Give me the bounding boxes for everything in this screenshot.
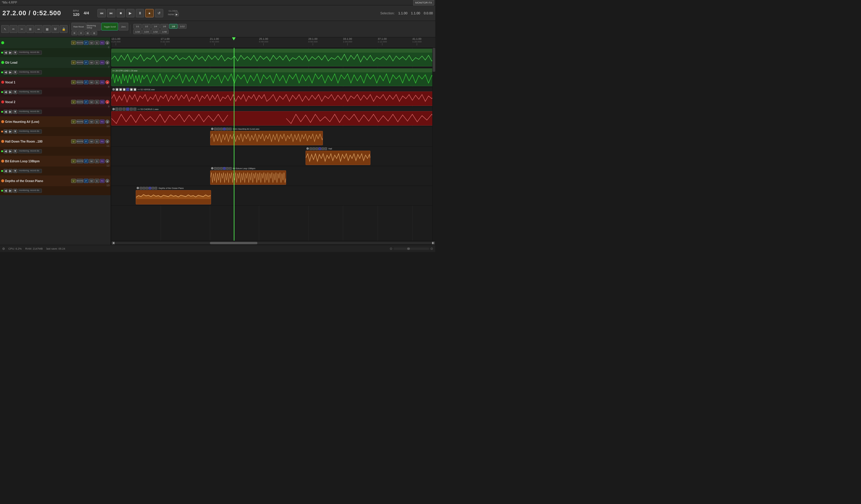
- snap-1-8[interactable]: 1/8: [169, 24, 178, 29]
- grim-haunting-volume[interactable]: V: [71, 120, 76, 124]
- gtr-lead-fx[interactable]: FX: [100, 60, 105, 65]
- vocal2-c6[interactable]: [133, 108, 136, 111]
- monitor-fx-button[interactable]: MONITOR FX: [413, 0, 434, 5]
- grim-haunting-monitor[interactable]: monitoring, record dis: [18, 130, 42, 134]
- depths-c4[interactable]: i: [149, 187, 151, 190]
- grim-haunting-route[interactable]: ROUTE: [77, 120, 83, 124]
- track-1-misc-button[interactable]: ●: [105, 41, 109, 45]
- track-1-mute-button[interactable]: M: [89, 41, 94, 45]
- vocal2-in[interactable]: ▶: [8, 110, 13, 114]
- snap-grid-button-2[interactable]: ⊟: [78, 31, 84, 35]
- bited-c2[interactable]: [217, 167, 220, 170]
- vocal2-route[interactable]: ROUTE: [77, 100, 83, 104]
- snap-1-16[interactable]: 1/16: [133, 29, 142, 34]
- grim-c1[interactable]: [214, 128, 217, 130]
- grim-haunting-misc[interactable]: ●: [105, 120, 109, 124]
- bit-edrum-misc[interactable]: ●: [105, 159, 109, 163]
- vocal1-fx[interactable]: FX: [100, 80, 105, 84]
- vocal1-c1[interactable]: ⬜: [115, 88, 118, 91]
- gtr-lead-solo[interactable]: S: [94, 60, 99, 65]
- bit-edrum-pan[interactable]: P: [84, 159, 88, 163]
- bit-edrum-monitor[interactable]: monitoring, record dis: [18, 169, 42, 173]
- stretch-tool-button[interactable]: ⇔: [35, 25, 42, 33]
- vocal1-out[interactable]: ▼: [13, 90, 17, 94]
- depths-ocean-out[interactable]: ▼: [13, 189, 17, 193]
- snap-1-32[interactable]: 1/32: [151, 29, 160, 34]
- bit-edrum-solo[interactable]: S: [94, 159, 99, 163]
- gtr-lead-misc[interactable]: ●: [105, 60, 109, 65]
- track-1-solo-button[interactable]: S: [94, 41, 99, 45]
- hall-c5[interactable]: [322, 147, 324, 150]
- vocal1-arm[interactable]: ◀: [3, 90, 8, 94]
- vocal2-arm[interactable]: ◀: [3, 110, 8, 114]
- clip-track1[interactable]: [111, 49, 435, 66]
- pause-button[interactable]: ⏸: [136, 9, 144, 17]
- grim-haunting-arm[interactable]: ◀: [3, 130, 8, 134]
- depths-ocean-in[interactable]: ▶: [8, 189, 13, 193]
- time-tool-button[interactable]: ⊞: [26, 25, 34, 33]
- grim-haunting-pan[interactable]: P: [84, 120, 88, 124]
- stop-button[interactable]: ■: [117, 9, 125, 17]
- vocal1-volume[interactable]: V: [71, 80, 76, 84]
- snap-grid-button-4[interactable]: ▥: [91, 31, 97, 35]
- bited-c1[interactable]: [214, 167, 217, 170]
- hall-c2[interactable]: [312, 147, 315, 150]
- select-tool-button[interactable]: ↖: [1, 25, 9, 33]
- vocal2-c3[interactable]: [123, 108, 126, 111]
- mastering-setup-button[interactable]: Mastering Setup: [86, 23, 101, 30]
- track-1-in-button[interactable]: ▶: [8, 51, 13, 55]
- hall-down-in[interactable]: ▶: [8, 149, 13, 153]
- grim-c6[interactable]: [229, 128, 232, 130]
- gtr-lead-arm[interactable]: ◀: [3, 70, 8, 74]
- rewind-to-start-button[interactable]: ⏮: [97, 9, 106, 17]
- track-1-out-button[interactable]: ▼: [13, 51, 17, 55]
- grim-haunting-out[interactable]: ▼: [13, 130, 17, 134]
- hall-down-fx[interactable]: FX: [100, 139, 105, 144]
- clip-bited[interactable]: [210, 171, 286, 185]
- grim-haunting-solo[interactable]: S: [94, 120, 99, 124]
- vocal1-c5[interactable]: ⬜: [130, 88, 133, 91]
- vocal2-pan[interactable]: P: [84, 100, 88, 104]
- play-button[interactable]: ▶: [126, 9, 135, 17]
- gtr-lead-monitor[interactable]: monitoring, record dis: [18, 70, 42, 74]
- bited-c5[interactable]: [226, 167, 229, 170]
- hall-c6[interactable]: [324, 147, 327, 150]
- paint-tool-button[interactable]: ▦: [43, 25, 51, 33]
- cursor-tool-button[interactable]: ✂: [18, 25, 26, 33]
- vocal2-volume[interactable]: V: [71, 100, 76, 104]
- depths-ocean-solo[interactable]: S: [94, 179, 99, 183]
- gtr-lead-mute[interactable]: M: [89, 60, 94, 65]
- hall-down-volume[interactable]: V: [71, 139, 76, 144]
- lock-tool-button[interactable]: 🔒: [60, 25, 68, 33]
- snap-1-48[interactable]: 1/48: [160, 29, 169, 34]
- grim-haunting-in[interactable]: ▶: [8, 130, 13, 134]
- grim-c5[interactable]: [226, 128, 229, 130]
- depths-c3[interactable]: [146, 187, 148, 190]
- snap-1-12[interactable]: 1/12: [178, 24, 187, 29]
- bited-c3[interactable]: [220, 167, 223, 170]
- snap-1-1[interactable]: 1/1: [133, 24, 142, 29]
- vocal2-mute[interactable]: M: [89, 100, 94, 104]
- depths-c5[interactable]: [152, 187, 154, 190]
- vocal1-mute[interactable]: M: [89, 80, 94, 84]
- track-1-pan-button[interactable]: P: [84, 41, 88, 45]
- gtr-lead-pan[interactable]: P: [84, 60, 88, 65]
- vocal1-misc[interactable]: ●: [105, 80, 109, 84]
- clip-vocal2[interactable]: [111, 111, 435, 125]
- bited-c4[interactable]: i: [223, 167, 226, 170]
- arrange-view[interactable]: 13.1.00 0:24.000 17.1.00 0:32.000 21.1.0…: [111, 37, 435, 245]
- hall-down-misc[interactable]: ●: [105, 139, 109, 144]
- bit-edrum-volume[interactable]: V: [71, 159, 76, 163]
- snap-1-24[interactable]: 1/24: [142, 29, 151, 34]
- vscroll-thumb[interactable]: [433, 48, 435, 72]
- vscrollbar[interactable]: [432, 48, 435, 241]
- arrange-tracks[interactable]: << 28 GTR LEAD 1 DI.wav ⬜: [111, 48, 435, 241]
- vocal2-c2[interactable]: [119, 108, 122, 111]
- hall-c3[interactable]: [315, 147, 318, 150]
- vocal2-c5[interactable]: [130, 108, 133, 111]
- gtr-lead-in[interactable]: ▶: [8, 70, 13, 74]
- hall-down-out[interactable]: ▼: [13, 149, 17, 153]
- scroll-left-button[interactable]: ◀: [112, 242, 115, 245]
- bit-edrum-route[interactable]: ROUTE: [77, 159, 83, 163]
- gtr-lead-route[interactable]: ROUTE: [77, 60, 83, 65]
